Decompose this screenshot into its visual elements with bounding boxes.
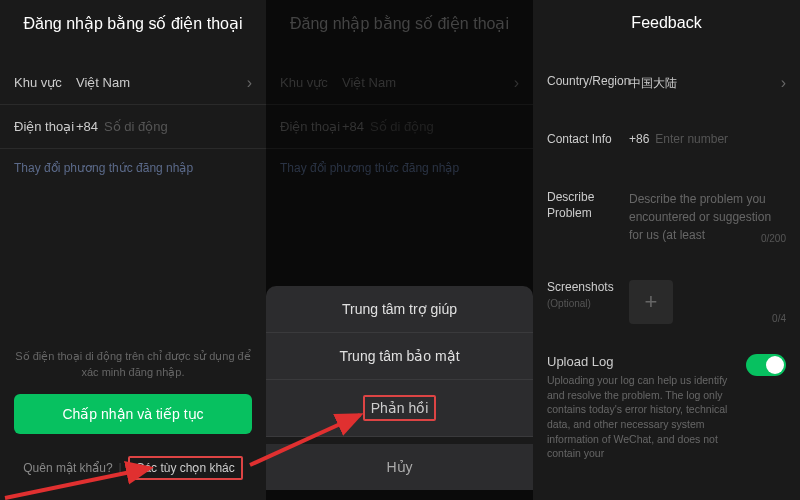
- screenshots-row: Screenshots (Optional) + 0/4: [533, 272, 800, 332]
- cancel-option[interactable]: Hủy: [266, 444, 533, 490]
- phone-row[interactable]: Điện thoại +84 Số di động: [0, 105, 266, 149]
- change-login-method-dim: Thay đổi phương thức đăng nhập: [266, 149, 473, 187]
- region-label-dim: Khu vực: [280, 75, 342, 90]
- describe-label: Describe Problem: [547, 190, 619, 221]
- phone-label-dim: Điện thoại: [280, 119, 342, 134]
- login-title-dim: Đăng nhập bằng số điện thoại: [266, 0, 533, 43]
- contact-input[interactable]: Enter number: [655, 132, 728, 146]
- contact-info-row[interactable]: Contact Info +86 Enter number: [533, 124, 800, 168]
- phone-placeholder-dim: Số di động: [370, 119, 434, 134]
- forgot-password-link[interactable]: Quên mật khẩu?: [23, 461, 112, 475]
- country-region-row[interactable]: Country/Region 中国大陆 ›: [533, 66, 800, 110]
- login-screen-panel: Đăng nhập bằng số điện thoại Khu vực Việ…: [0, 0, 266, 500]
- security-center-option[interactable]: Trung tâm bảo mật: [266, 333, 533, 380]
- upload-log-description: Uploading your log can help us identify …: [547, 373, 736, 461]
- phone-prefix: +84: [76, 119, 98, 134]
- phone-prefix-dim: +84: [342, 119, 364, 134]
- region-label: Khu vực: [14, 75, 76, 90]
- upload-log-toggle[interactable]: [746, 354, 786, 376]
- phone-row-dim: Điện thoại +84 Số di động: [266, 105, 533, 149]
- chevron-right-icon: ›: [514, 74, 519, 92]
- feedback-highlighted: Phản hồi: [363, 395, 437, 421]
- upload-log-row: Upload Log Uploading your log can help u…: [533, 346, 800, 469]
- feedback-option[interactable]: Phản hồi: [266, 380, 533, 437]
- add-screenshot-button[interactable]: +: [629, 280, 673, 324]
- plus-icon: +: [645, 289, 658, 315]
- other-options-button[interactable]: Các tùy chọn khác: [128, 456, 243, 480]
- verification-hint: Số điện thoại di động trên chỉ được sử d…: [14, 349, 252, 380]
- region-row[interactable]: Khu vực Việt Nam ›: [0, 61, 266, 105]
- change-login-method-link[interactable]: Thay đổi phương thức đăng nhập: [0, 149, 207, 187]
- divider: |: [119, 461, 122, 475]
- screenshot-counter: 0/4: [772, 313, 786, 324]
- contact-info-label: Contact Info: [547, 132, 619, 148]
- describe-textarea[interactable]: Describe the problem you encountered or …: [629, 192, 771, 242]
- char-counter: 0/200: [761, 231, 786, 246]
- country-region-value: 中国大陆: [629, 75, 677, 92]
- chevron-right-icon: ›: [247, 74, 252, 92]
- upload-log-label: Upload Log: [547, 354, 736, 369]
- region-value: Việt Nam: [76, 75, 247, 90]
- feedback-title: Feedback: [533, 0, 800, 42]
- accept-continue-button[interactable]: Chấp nhận và tiếp tục: [14, 394, 252, 434]
- chevron-right-icon: ›: [781, 74, 786, 92]
- region-row-dim: Khu vực Việt Nam ›: [266, 61, 533, 105]
- optional-label: (Optional): [547, 298, 591, 309]
- help-center-option[interactable]: Trung tâm trợ giúp: [266, 286, 533, 333]
- screenshots-label: Screenshots (Optional): [547, 280, 619, 311]
- country-region-label: Country/Region: [547, 74, 619, 90]
- feedback-panel: Feedback Country/Region 中国大陆 › Contact I…: [533, 0, 800, 500]
- region-value-dim: Việt Nam: [342, 75, 514, 90]
- describe-problem-row[interactable]: Describe Problem Describe the problem yo…: [533, 182, 800, 252]
- login-screen-dimmed-panel: Đăng nhập bằng số điện thoại Khu vực Việ…: [266, 0, 533, 500]
- action-sheet: Trung tâm trợ giúp Trung tâm bảo mật Phả…: [266, 286, 533, 490]
- phone-label: Điện thoại: [14, 119, 76, 134]
- phone-input[interactable]: Số di động: [104, 119, 168, 134]
- login-title: Đăng nhập bằng số điện thoại: [0, 0, 266, 43]
- contact-prefix: +86: [629, 132, 649, 146]
